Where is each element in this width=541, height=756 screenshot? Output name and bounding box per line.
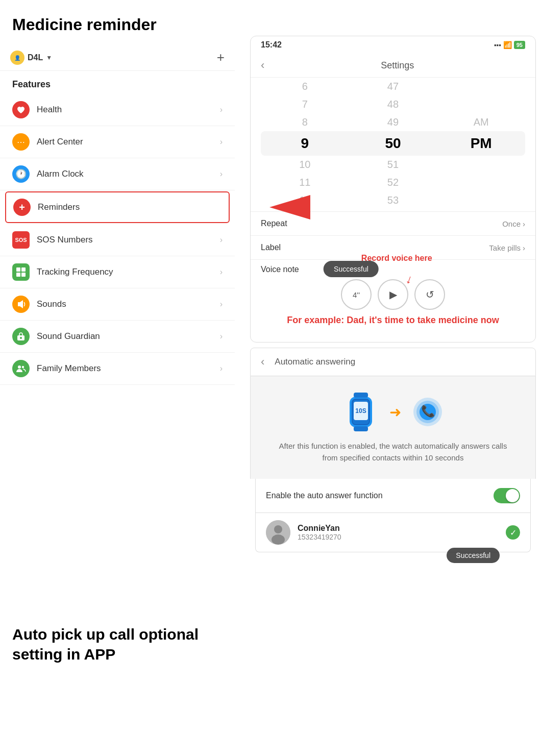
bottom-description: Auto pick up call optional setting in AP… — [12, 624, 206, 664]
app-icon: 👤 — [10, 51, 24, 65]
svg-point-24 — [272, 534, 285, 545]
contact-check-icon: ✓ — [506, 525, 520, 540]
contact-info: ConnieYan 15323419270 — [298, 524, 506, 541]
watch-svg: 10S — [340, 392, 381, 432]
page-title: Medicine reminder — [0, 10, 235, 44]
bottom-phone-screen: ‹ Automatic answering 10S — [250, 348, 536, 552]
sidebar-item-tracking[interactable]: Tracking Frequency › — [0, 256, 235, 288]
sidebar-item-sos[interactable]: SOS SOS Numbers › — [0, 224, 235, 256]
auto-answer-row: Enable the auto answer function — [255, 479, 531, 513]
sounds-label: Sounds — [37, 299, 220, 309]
family-icon — [12, 360, 30, 377]
contact-name: ConnieYan — [298, 524, 506, 533]
label-value: Take pills › — [489, 243, 525, 252]
signal-icon: ▪▪▪ — [494, 41, 501, 49]
time-row-5: 1051 — [261, 156, 525, 174]
time-row-1: 647 — [261, 78, 525, 95]
sidebar-item-alert-center[interactable]: ⋯ Alert Center › — [0, 126, 235, 158]
svg-rect-5 — [21, 273, 26, 277]
svg-point-23 — [274, 525, 282, 533]
tracking-chevron: › — [220, 267, 223, 277]
sos-chevron: › — [220, 235, 223, 245]
sidebar-item-alarm-clock[interactable]: 🕐 Alarm Clock › — [0, 158, 235, 190]
tracking-icon — [12, 263, 30, 281]
successful-toast: Successful — [324, 261, 379, 277]
auto-back-button[interactable]: ‹ — [261, 355, 264, 369]
status-bar: 15:42 ▪▪▪ 📶 95 — [251, 36, 535, 54]
time-row-2: 748 — [261, 95, 525, 113]
sidebar-item-health[interactable]: Health › — [0, 94, 235, 126]
auto-answering-header: ‹ Automatic answering — [250, 348, 536, 376]
time-row-3: 849AM — [261, 113, 525, 131]
health-icon — [12, 101, 30, 118]
sidebar-item-sounds[interactable]: Sounds › — [0, 288, 235, 321]
wifi-icon: 📶 — [503, 41, 512, 49]
duration-badge: 4'' — [341, 279, 372, 310]
right-panel: 15:42 ▪▪▪ 📶 95 ‹ Settings 647 748 849AM — [245, 0, 541, 756]
svg-point-10 — [22, 366, 24, 368]
dropdown-icon[interactable]: ▼ — [46, 54, 52, 61]
watch-icons-row: 10S ➜ 📞 — [340, 392, 446, 432]
time-display: 15:42 — [261, 40, 282, 50]
contact-phone: 15323419270 — [298, 533, 506, 541]
svg-rect-16 — [354, 393, 368, 398]
alert-center-label: Alert Center — [37, 137, 220, 147]
status-icons: ▪▪▪ 📶 95 — [494, 41, 525, 49]
svg-rect-3 — [21, 267, 26, 272]
sidebar-item-family[interactable]: Family Members › — [0, 353, 235, 385]
tracking-label: Tracking Frequency — [37, 267, 220, 277]
time-row-6: 1152 — [261, 174, 525, 191]
play-button[interactable]: ▶ — [378, 279, 408, 310]
time-picker[interactable]: 647 748 849AM 950PM 1051 1152 1253 — [251, 78, 535, 209]
successful-toast-bottom: Successful — [447, 548, 500, 563]
alarm-icon: 🕐 — [12, 165, 30, 183]
toggle-knob — [506, 489, 519, 502]
phone-ring-svg: 📞 — [409, 394, 446, 430]
replay-button[interactable]: ↺ — [414, 279, 445, 310]
auto-answering-title: Automatic answering — [275, 357, 355, 367]
battery-badge: 95 — [514, 41, 525, 49]
auto-answer-toggle[interactable] — [494, 488, 520, 503]
guardian-icon — [12, 328, 30, 345]
guardian-label: Sound Guardian — [37, 331, 220, 342]
example-text: For example: Dad, it's time to take medi… — [261, 310, 525, 334]
svg-point-8 — [20, 337, 22, 339]
sos-label: SOS Numbers — [37, 235, 220, 245]
contact-avatar — [266, 520, 290, 545]
left-panel: Medicine reminder 👤 D4L ▼ + Features Hea… — [0, 0, 235, 756]
watch-area: 10S ➜ 📞 After this function is enabled, … — [250, 376, 536, 479]
top-phone-screen: 15:42 ▪▪▪ 📶 95 ‹ Settings 647 748 849AM — [250, 36, 536, 343]
alarm-clock-label: Alarm Clock — [37, 169, 220, 179]
top-bar: 👤 D4L ▼ + — [0, 44, 235, 71]
label-label: Label — [261, 243, 281, 252]
voice-note-controls: Successful 4'' ▶ ↺ — [261, 279, 525, 310]
add-button[interactable]: + — [217, 50, 225, 65]
contact-row[interactable]: ConnieYan 15323419270 ✓ Successful — [255, 513, 531, 552]
back-button[interactable]: ‹ — [261, 59, 264, 72]
time-row-selected: 950PM — [261, 131, 525, 156]
sounds-chevron: › — [220, 300, 223, 309]
label-chevron: › — [523, 243, 525, 252]
sidebar-item-sound-guardian[interactable]: Sound Guardian › — [0, 321, 235, 353]
health-chevron: › — [220, 105, 223, 114]
sos-icon: SOS — [12, 231, 30, 249]
features-label: Features — [0, 71, 235, 94]
svg-rect-17 — [354, 426, 368, 431]
reminders-label: Reminders — [38, 202, 222, 212]
alert-icon: ⋯ — [12, 133, 30, 151]
alarm-chevron: › — [220, 169, 223, 179]
sounds-icon — [12, 296, 30, 313]
health-label: Health — [37, 105, 220, 115]
family-chevron: › — [220, 364, 223, 373]
watch-description: After this function is enabled, the watc… — [261, 441, 525, 464]
settings-title: Settings — [269, 60, 525, 71]
reminders-icon: + — [13, 199, 31, 216]
app-name-label[interactable]: 👤 D4L ▼ — [10, 51, 52, 65]
settings-section: Repeat Once › Label Take pills › Voice n… — [251, 211, 535, 342]
svg-rect-4 — [16, 273, 20, 277]
sidebar-item-reminders[interactable]: + Reminders — [5, 191, 230, 223]
red-arrow — [269, 195, 310, 220]
repeat-label: Repeat — [261, 219, 287, 228]
alert-chevron: › — [220, 137, 223, 147]
arrow-icon: ➜ — [389, 404, 401, 421]
